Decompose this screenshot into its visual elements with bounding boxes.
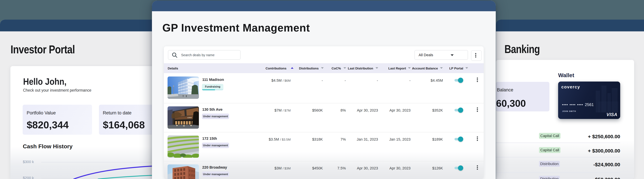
svg-text:LOGO: LOGO [187,117,192,118]
